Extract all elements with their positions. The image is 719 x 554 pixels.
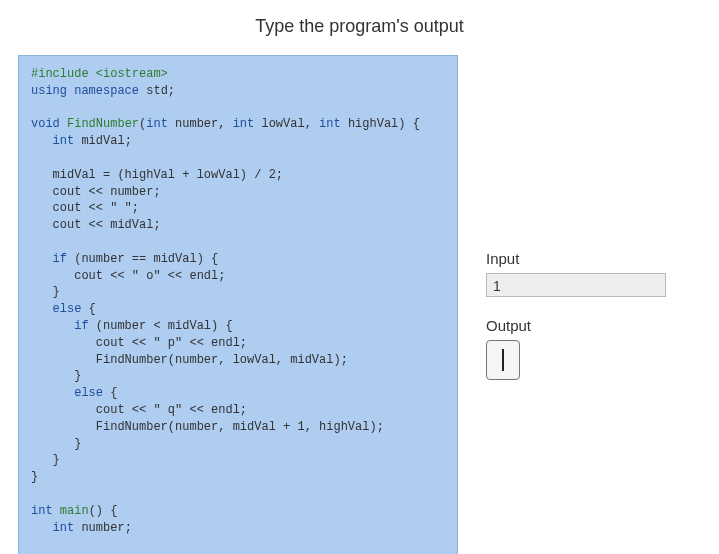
code-line: FindNumber(number, lowVal, midVal); bbox=[31, 352, 445, 369]
code-line: cout << midVal; bbox=[31, 217, 445, 234]
input-box: 1 bbox=[486, 273, 666, 297]
code-line: } bbox=[31, 469, 445, 486]
page-title: Type the program's output bbox=[18, 16, 701, 37]
code-line bbox=[31, 486, 445, 503]
code-line: } bbox=[31, 284, 445, 301]
code-line bbox=[31, 150, 445, 167]
code-line bbox=[31, 536, 445, 553]
code-line: if (number == midVal) { bbox=[31, 251, 445, 268]
output-label: Output bbox=[486, 317, 701, 334]
code-line bbox=[31, 100, 445, 117]
text-cursor bbox=[502, 349, 504, 371]
output-box[interactable] bbox=[486, 340, 520, 380]
code-line: } bbox=[31, 452, 445, 469]
code-line: cout << " q" << endl; bbox=[31, 402, 445, 419]
code-line: cout << " "; bbox=[31, 200, 445, 217]
code-line: } bbox=[31, 368, 445, 385]
code-line: void FindNumber(int number, int lowVal, … bbox=[31, 116, 445, 133]
code-line bbox=[31, 234, 445, 251]
input-label: Input bbox=[486, 250, 701, 267]
code-line: int number; bbox=[31, 520, 445, 537]
code-line: int main() { bbox=[31, 503, 445, 520]
right-column: Input 1 Output bbox=[486, 55, 701, 380]
code-line: cout << number; bbox=[31, 184, 445, 201]
code-line: using namespace std; bbox=[31, 83, 445, 100]
code-line: cout << " p" << endl; bbox=[31, 335, 445, 352]
code-panel: #include <iostream>using namespace std; … bbox=[18, 55, 458, 554]
code-line: else { bbox=[31, 385, 445, 402]
code-line: } bbox=[31, 436, 445, 453]
code-line: FindNumber(number, midVal + 1, highVal); bbox=[31, 419, 445, 436]
code-line: cout << " o" << endl; bbox=[31, 268, 445, 285]
main-row: #include <iostream>using namespace std; … bbox=[18, 55, 701, 554]
code-line: midVal = (highVal + lowVal) / 2; bbox=[31, 167, 445, 184]
code-line: int midVal; bbox=[31, 133, 445, 150]
code-line: #include <iostream> bbox=[31, 66, 445, 83]
code-line: if (number < midVal) { bbox=[31, 318, 445, 335]
code-line: else { bbox=[31, 301, 445, 318]
